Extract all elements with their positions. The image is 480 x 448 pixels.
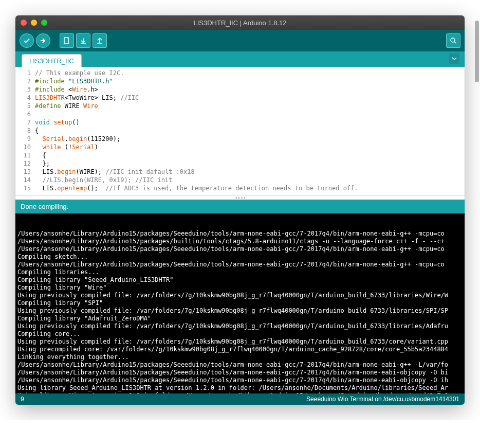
console-line: Using library Seeed_Arduino_LIS3DHTR at … xyxy=(17,384,463,392)
line-content: LIS.begin(WIRE); //IIC init dafault :0x1… xyxy=(35,168,465,176)
traffic-lights xyxy=(21,20,47,26)
console-line: /Users/ansonhe/Library/Arduino15/package… xyxy=(17,361,463,369)
line-content: }; xyxy=(35,159,465,168)
console-line: Using library Wire at version 1.0 in fol… xyxy=(17,392,463,393)
line-number: 15 xyxy=(15,184,35,192)
console-line: /Users/ansonhe/Library/Arduino15/package… xyxy=(17,369,463,377)
footer: 9 Seeeduino Wio Terminal on /dev/cu.usbm… xyxy=(15,393,465,405)
code-line[interactable]: 15 LIS.openTemp(); //If ADC3 is used, th… xyxy=(15,184,465,192)
code-line[interactable]: 2#include "LIS3DHTR.h" xyxy=(15,77,465,85)
code-line[interactable]: 10 while (!Serial) xyxy=(15,143,465,151)
status-bar: Done compiling. xyxy=(15,200,465,213)
code-line[interactable]: 5#define WIRE Wire xyxy=(15,102,465,110)
console-line: Compiling library "Wire" xyxy=(17,284,463,292)
tabbar: LIS3DHTR_IIC xyxy=(15,51,465,67)
console-line: /Users/ansonhe/Library/Arduino15/package… xyxy=(17,238,463,245)
console-line: Compiling sketch... xyxy=(17,253,463,261)
line-number: 12 xyxy=(15,159,35,168)
line-content: Serial.begin(115200); xyxy=(35,135,465,143)
line-content: LIS.openTemp(); //If ADC3 is used, the t… xyxy=(35,184,465,192)
new-button[interactable] xyxy=(60,33,74,48)
line-number: 8 xyxy=(15,127,35,135)
line-number: 14 xyxy=(15,176,35,184)
minimize-button[interactable] xyxy=(31,20,37,26)
code-line[interactable]: 1// This example use I2C. xyxy=(15,69,465,77)
code-line[interactable]: 14 //LIS.begin(WIRE, 0x19); //IIC init xyxy=(15,176,465,184)
code-line[interactable]: 9 Serial.begin(115200); xyxy=(15,135,465,143)
line-content: #include <Wire.h> xyxy=(35,85,465,94)
code-line[interactable]: 12 }; xyxy=(15,159,465,168)
code-line[interactable]: 3#include <Wire.h> xyxy=(15,85,465,94)
line-content: //LIS.begin(WIRE, 0x19); //IIC init xyxy=(35,176,465,184)
console-line: Compiling core... xyxy=(17,330,463,338)
code-line[interactable]: 8{ xyxy=(15,127,465,135)
console-line: Using previously compiled file: /var/fol… xyxy=(17,338,463,346)
line-content: #include "LIS3DHTR.h" xyxy=(35,77,465,85)
tab-menu-button[interactable] xyxy=(449,53,459,64)
console-line: Using precompiled core: /var/folders/7g/… xyxy=(17,346,463,353)
line-content: { xyxy=(35,151,465,159)
console-line: Linking everything together... xyxy=(17,353,463,361)
line-number: 7 xyxy=(15,118,35,127)
verify-button[interactable] xyxy=(20,33,34,48)
titlebar[interactable]: LIS3DHTR_IIC | Arduino 1.8.12 xyxy=(15,15,465,30)
serial-monitor-button[interactable] xyxy=(446,33,460,48)
svg-point-1 xyxy=(451,38,455,42)
board-port-info: Seeeduino Wio Terminal on /dev/cu.usbmod… xyxy=(306,396,459,403)
line-number: 4 xyxy=(15,94,35,102)
save-button[interactable] xyxy=(93,33,107,48)
code-line[interactable]: 7void setup() xyxy=(15,118,465,127)
line-number: 9 xyxy=(15,135,35,143)
cursor-line: 9 xyxy=(21,396,24,403)
code-line[interactable]: 13 LIS.begin(WIRE); //IIC init dafault :… xyxy=(15,168,465,176)
console-line: /Users/ansonhe/Library/Arduino15/package… xyxy=(17,245,463,253)
line-content: #define WIRE Wire xyxy=(35,102,465,110)
zoom-button[interactable] xyxy=(41,20,47,26)
line-number: 1 xyxy=(15,69,35,77)
line-number: 2 xyxy=(15,77,35,85)
close-button[interactable] xyxy=(21,20,27,26)
code-editor[interactable]: 1// This example use I2C.2#include "LIS3… xyxy=(15,67,465,195)
open-button[interactable] xyxy=(76,33,90,48)
window-title: LIS3DHTR_IIC | Arduino 1.8.12 xyxy=(15,19,465,27)
line-content: // This example use I2C. xyxy=(35,69,465,77)
line-content xyxy=(35,110,465,118)
line-number: 11 xyxy=(15,151,35,159)
console-line: Compiling libraries... xyxy=(17,268,463,276)
line-number: 6 xyxy=(15,110,35,118)
line-number: 10 xyxy=(15,143,35,151)
line-number: 13 xyxy=(15,168,35,176)
toolbar xyxy=(15,30,465,51)
line-number: 3 xyxy=(15,85,35,94)
splitter-grip[interactable] xyxy=(15,195,465,200)
console-line: Using previously compiled file: /var/fol… xyxy=(17,307,463,315)
console-line: /Users/ansonhe/Library/Arduino15/package… xyxy=(17,230,463,238)
console-output[interactable]: /Users/ansonhe/Library/Arduino15/package… xyxy=(15,213,465,393)
arduino-window: LIS3DHTR_IIC | Arduino 1.8.12 LIS3DHTR_I… xyxy=(15,15,465,405)
line-content: while (!Serial) xyxy=(35,143,465,151)
line-number: 5 xyxy=(15,102,35,110)
console-line: /Users/ansonhe/Library/Arduino15/package… xyxy=(17,377,463,384)
line-content: LIS3DHTR<TwoWire> LIS; //IIC xyxy=(35,94,465,102)
upload-button[interactable] xyxy=(36,33,50,48)
status-text: Done compiling. xyxy=(21,203,68,210)
code-line[interactable]: 6 xyxy=(15,110,465,118)
console-line: Compiling library "Adafruit_ZeroDMA" xyxy=(17,315,463,322)
console-line: Compiling library "Seeed_Arduino_LIS3DHT… xyxy=(17,276,463,284)
console-line: Compiling library "SPI" xyxy=(17,299,463,307)
tab-sketch[interactable]: LIS3DHTR_IIC xyxy=(22,54,82,67)
console-line: /Users/ansonhe/Library/Arduino15/package… xyxy=(17,261,463,268)
console-line: Using previously compiled file: /var/fol… xyxy=(17,292,463,299)
line-content: void setup() xyxy=(35,118,465,127)
console-line: Using previously compiled file: /var/fol… xyxy=(17,322,463,330)
code-line[interactable]: 11 { xyxy=(15,151,465,159)
code-line[interactable]: 4LIS3DHTR<TwoWire> LIS; //IIC xyxy=(15,94,465,102)
line-content: { xyxy=(35,127,465,135)
